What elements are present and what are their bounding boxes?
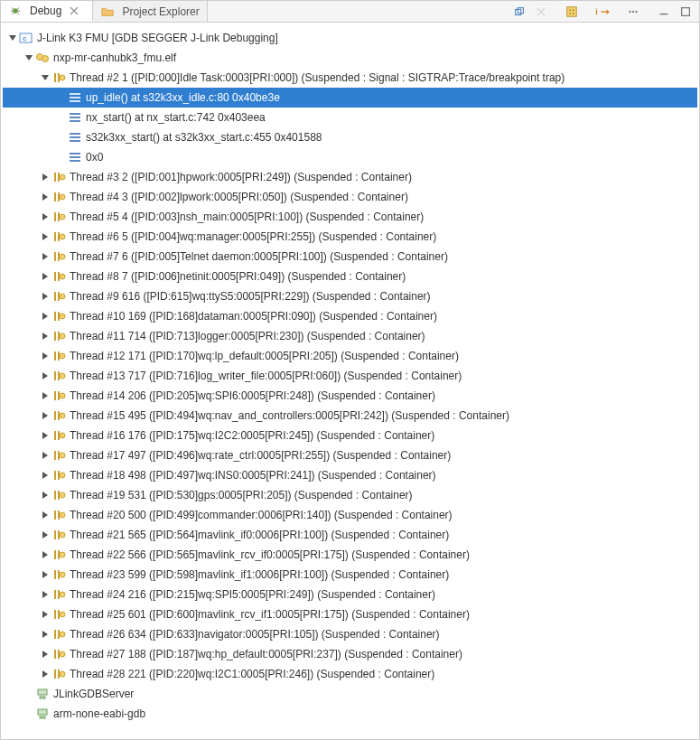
highlight-icon[interactable] (562, 3, 582, 21)
thread-row[interactable]: Thread #5 4 ([PID:003]nsh_main:0005[PRI:… (3, 207, 697, 227)
thread-suspended-icon (51, 667, 66, 681)
expander-closed-icon[interactable] (39, 290, 51, 303)
thread-row[interactable]: Thread #14 206 ([PID:205]wq:SPI6:0005[PR… (3, 386, 697, 406)
debug-tree[interactable]: c J-Link K3 FMU [GDB SEGGER J-Link Debug… (1, 23, 699, 739)
thread-row[interactable]: Thread #28 221 ([PID:220]wq:I2C1:0005[PR… (3, 664, 697, 684)
thread-row[interactable]: Thread #17 497 ([PID:496]wq:rate_ctrl:00… (3, 445, 697, 465)
expander-closed-icon[interactable] (39, 171, 51, 183)
thread-row[interactable]: Thread #22 566 ([PID:565]mavlink_rcv_if0… (3, 545, 697, 565)
gdb-client[interactable]: arm-none-eabi-gdb (3, 704, 697, 724)
thread-row[interactable]: Thread #27 188 ([PID:187]wq:hp_default:0… (3, 644, 697, 664)
expander-closed-icon[interactable] (39, 469, 51, 482)
expander-open-icon[interactable] (39, 71, 51, 84)
expander-open-icon[interactable] (23, 52, 35, 64)
expander-closed-icon[interactable] (39, 648, 51, 660)
stack-frame-3[interactable]: 0x0 (3, 147, 697, 167)
expander-closed-icon[interactable] (39, 628, 51, 641)
expander-closed-icon[interactable] (39, 608, 51, 621)
svg-point-54 (60, 433, 65, 438)
step-into-icon[interactable]: i (593, 3, 612, 21)
expander-closed-icon[interactable] (39, 370, 51, 382)
svg-point-0 (13, 8, 18, 14)
expander-open-icon[interactable] (6, 32, 19, 44)
thread-row[interactable]: Thread #6 5 ([PID:004]wq:manager:0005[PR… (3, 227, 697, 247)
thread-label: Thread #15 495 ([PID:494]wq:nav_and_cont… (70, 407, 509, 426)
thread-row[interactable]: Thread #3 2 ([PID:001]hpwork:0005[PRI:24… (3, 167, 697, 187)
expander-closed-icon[interactable] (39, 270, 51, 283)
view-menu-icon[interactable] (623, 3, 643, 21)
tab-debug[interactable]: Debug (1, 1, 93, 22)
thread-suspended-icon (51, 229, 66, 244)
expander-closed-icon[interactable] (39, 529, 51, 541)
thread-row[interactable]: Thread #26 634 ([PID:633]navigator:0005[… (3, 624, 697, 644)
expander-closed-icon[interactable] (39, 509, 51, 521)
expander-closed-icon[interactable] (39, 489, 51, 501)
thread-label: Thread #2 1 ([PID:000]Idle Task:0003[PRI… (70, 69, 565, 88)
expander-closed-icon[interactable] (39, 250, 51, 263)
expander-closed-icon[interactable] (39, 330, 51, 342)
thread-row[interactable]: Thread #7 6 ([PID:005]Telnet daemon:0005… (3, 247, 697, 267)
maximize-icon[interactable] (676, 3, 695, 21)
thread-row[interactable]: Thread #18 498 ([PID:497]wq:INS0:0005[PR… (3, 465, 697, 485)
expander-closed-icon[interactable] (39, 449, 51, 462)
tab-project-explorer[interactable]: Project Explorer (93, 1, 207, 22)
frame-label: s32k3xx_start() at s32k3xx_start.c:455 0… (86, 128, 322, 147)
thread-row[interactable]: Thread #8 7 ([PID:006]netinit:0005[PRI:0… (3, 267, 697, 286)
expander-closed-icon[interactable] (39, 409, 51, 422)
thread-row[interactable]: Thread #13 717 ([PID:716]log_writer_file… (3, 366, 697, 386)
thread-row[interactable]: Thread #9 616 ([PID:615]wq:ttyS5:0005[PR… (3, 286, 697, 306)
thread-row[interactable]: Thread #11 714 ([PID:713]logger:0005[PRI… (3, 326, 697, 346)
expander-closed-icon[interactable] (39, 310, 51, 323)
svg-point-65 (60, 651, 65, 657)
svg-point-57 (60, 492, 65, 498)
thread-row[interactable]: Thread #19 531 ([PID:530]gps:0005[PRI:20… (3, 485, 697, 505)
thread-row[interactable]: Thread #12 171 ([PID:170]wq:lp_default:0… (3, 346, 697, 366)
thread-suspended-icon (51, 349, 66, 363)
restore-icon[interactable] (509, 3, 529, 21)
expander-closed-icon[interactable] (39, 668, 51, 680)
stack-frame-0[interactable]: up_idle() at s32k3xx_idle.c:80 0x40be3e (3, 88, 697, 108)
process-elf[interactable]: nxp-mr-canhubk3_fmu.elf (3, 48, 697, 68)
expander-closed-icon[interactable] (39, 548, 51, 561)
svg-point-62 (60, 592, 65, 597)
stack-frame-2[interactable]: s32k3xx_start() at s32k3xx_start.c:455 0… (3, 127, 697, 147)
expander-closed-icon[interactable] (39, 350, 51, 362)
stack-frame-1[interactable]: nx_start() at nx_start.c:742 0x403eea (3, 108, 697, 127)
thread-suspended-icon (51, 428, 66, 443)
expander-closed-icon[interactable] (39, 568, 51, 581)
thread-row[interactable]: Thread #15 495 ([PID:494]wq:nav_and_cont… (3, 406, 697, 426)
svg-point-47 (60, 294, 65, 299)
svg-point-66 (60, 671, 65, 677)
gdb-server[interactable]: JLinkGDBServer (3, 684, 697, 704)
expander-closed-icon[interactable] (39, 588, 51, 601)
thread-2[interactable]: Thread #2 1 ([PID:000]Idle Task:0003[PRI… (3, 68, 697, 88)
thread-label: Thread #23 599 ([PID:598]mavlink_if1:000… (70, 566, 449, 585)
thread-suspended-icon (51, 508, 66, 522)
launch-config[interactable]: c J-Link K3 FMU [GDB SEGGER J-Link Debug… (3, 28, 697, 48)
stack-frame-icon (68, 90, 82, 105)
minimize-icon[interactable] (654, 3, 674, 21)
thread-label: Thread #17 497 ([PID:496]wq:rate_ctrl:00… (70, 446, 451, 465)
thread-row[interactable]: Thread #4 3 ([PID:002]lpwork:0005[PRI:05… (3, 187, 697, 207)
expander-closed-icon[interactable] (39, 191, 51, 203)
expander-closed-icon[interactable] (39, 389, 51, 402)
expander-closed-icon[interactable] (39, 429, 51, 442)
thread-row[interactable]: Thread #16 176 ([PID:175]wq:I2C2:0005[PR… (3, 426, 697, 445)
thread-label: Thread #14 206 ([PID:205]wq:SPI6:0005[PR… (70, 387, 435, 406)
tab-label: Project Explorer (122, 5, 199, 18)
thread-row[interactable]: Thread #24 216 ([PID:215]wq:SPI5:0005[PR… (3, 585, 697, 604)
thread-suspended-icon (51, 389, 66, 403)
expander-closed-icon[interactable] (39, 230, 51, 243)
thread-row[interactable]: Thread #10 169 ([PID:168]dataman:0005[PR… (3, 306, 697, 326)
thread-label: Thread #10 169 ([PID:168]dataman:0005[PR… (70, 307, 437, 326)
thread-row[interactable]: Thread #25 601 ([PID:600]mavlink_rcv_if1… (3, 604, 697, 624)
close-icon[interactable] (67, 4, 81, 18)
thread-label: Thread #26 634 ([PID:633]navigator:0005[… (70, 625, 440, 644)
svg-point-61 (60, 572, 65, 577)
thread-suspended-icon (51, 607, 66, 622)
thread-row[interactable]: Thread #23 599 ([PID:598]mavlink_if1:000… (3, 565, 697, 585)
expander-closed-icon[interactable] (39, 211, 51, 223)
svg-point-45 (60, 254, 65, 259)
thread-row[interactable]: Thread #20 500 ([PID:499]commander:0006[… (3, 505, 697, 525)
thread-row[interactable]: Thread #21 565 ([PID:564]mavlink_if0:000… (3, 525, 697, 545)
